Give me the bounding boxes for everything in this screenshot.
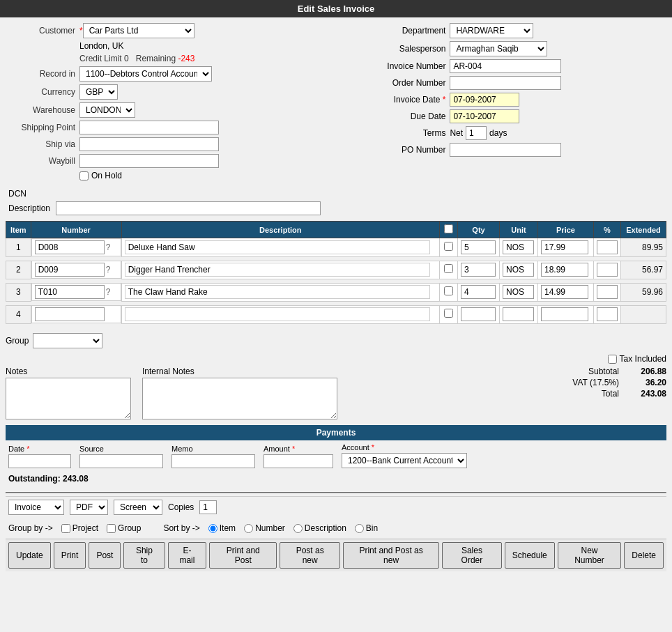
description-input[interactable] <box>125 263 430 277</box>
description-input[interactable] <box>56 201 321 215</box>
unit-input[interactable] <box>503 307 534 321</box>
invoice-date-label: Invoice Date * <box>369 95 445 105</box>
order-number-input[interactable] <box>450 76 561 90</box>
delete-button[interactable]: Delete <box>624 542 664 569</box>
col-price: Price <box>538 222 594 238</box>
row-checkbox[interactable] <box>444 242 453 251</box>
price-input[interactable] <box>541 307 588 321</box>
qty-input[interactable] <box>461 240 496 254</box>
print-button[interactable]: Print <box>54 542 86 569</box>
sales-order-button[interactable]: Sales Order <box>442 542 502 569</box>
department-select[interactable]: HARDWARE <box>450 23 533 38</box>
payment-date-input[interactable] <box>8 454 71 468</box>
shipping-point-input[interactable] <box>79 121 219 134</box>
due-date-input[interactable] <box>450 109 519 123</box>
number-input[interactable] <box>35 240 105 254</box>
notes-textarea[interactable] <box>6 378 131 419</box>
description-input[interactable] <box>125 307 430 321</box>
memo-label: Memo <box>171 445 255 453</box>
row-checkbox[interactable] <box>444 264 453 273</box>
price-input[interactable] <box>541 285 588 299</box>
shipping-point-label: Shipping Point <box>6 123 75 132</box>
number-input[interactable] <box>35 263 105 277</box>
terms-net-input[interactable] <box>466 126 487 140</box>
payment-amount-input[interactable] <box>264 454 333 468</box>
payment-memo-input[interactable] <box>171 454 255 468</box>
internal-notes-textarea[interactable] <box>142 378 337 419</box>
unit-input[interactable] <box>503 285 534 299</box>
description-cell <box>121 305 439 323</box>
col-check-all[interactable] <box>444 224 453 233</box>
col-percent: % <box>594 222 621 238</box>
po-number-input[interactable] <box>450 143 561 157</box>
customer-label: Customer <box>6 26 75 36</box>
new-number-button[interactable]: New Number <box>558 542 622 569</box>
qty-input[interactable] <box>461 263 496 277</box>
help-icon[interactable]: ? <box>106 287 111 297</box>
invoice-number-input[interactable] <box>450 59 561 73</box>
sort-item-radio[interactable] <box>208 524 217 533</box>
sort-description-radio[interactable] <box>293 524 303 533</box>
description-input[interactable] <box>125 285 430 299</box>
group-checkbox[interactable] <box>107 524 116 533</box>
invoice-date-input[interactable] <box>450 93 519 107</box>
col-number: Number <box>31 222 121 238</box>
email-button[interactable]: E-mail <box>168 542 207 569</box>
waybill-input[interactable] <box>79 154 219 168</box>
customer-select[interactable]: Car Parts Ltd <box>83 23 194 38</box>
sort-item-label: Item <box>220 523 236 533</box>
print-format-select[interactable]: PDF HTML Text <box>70 500 108 515</box>
number-cell <box>31 305 121 323</box>
sort-number-radio[interactable] <box>244 524 253 533</box>
unit-cell <box>500 261 538 279</box>
row-checkbox[interactable] <box>444 309 453 318</box>
payment-account-select[interactable]: 1200--Bank Current Account <box>342 453 467 468</box>
price-input[interactable] <box>541 240 588 254</box>
percent-input[interactable] <box>597 240 618 254</box>
project-checkbox[interactable] <box>61 524 70 533</box>
warehouse-select[interactable]: LONDON <box>79 102 135 118</box>
description-label: Description <box>8 203 50 213</box>
payment-source-input[interactable] <box>79 454 163 468</box>
salesperson-select[interactable]: Armaghan Saqib <box>450 41 547 56</box>
print-type-select[interactable]: Invoice Credit Note <box>8 500 64 515</box>
unit-input[interactable] <box>503 240 534 254</box>
col-check <box>440 222 458 238</box>
on-hold-checkbox[interactable] <box>79 171 89 180</box>
percent-input[interactable] <box>597 263 618 277</box>
copies-input[interactable] <box>199 500 217 514</box>
ship-to-button[interactable]: Ship to <box>123 542 165 569</box>
post-as-new-button[interactable]: Post as new <box>280 542 340 569</box>
print-and-post-button[interactable]: Print and Post <box>209 542 277 569</box>
record-in-select[interactable]: 1100--Debtors Control Account <box>79 66 212 82</box>
print-output-select[interactable]: Screen Printer Email <box>114 500 162 515</box>
number-input[interactable] <box>35 307 105 321</box>
checkbox-cell <box>440 261 458 279</box>
price-input[interactable] <box>541 263 588 277</box>
description-input[interactable] <box>125 240 430 254</box>
help-icon[interactable]: ? <box>106 265 111 275</box>
table-row: 2 ? 56.97 <box>6 261 666 279</box>
percent-input[interactable] <box>597 307 618 321</box>
currency-select[interactable]: GBP <box>79 84 118 100</box>
ship-via-input[interactable] <box>79 137 219 151</box>
update-button[interactable]: Update <box>8 542 51 569</box>
due-date-label: Due Date <box>369 111 445 121</box>
help-icon[interactable]: ? <box>106 242 111 252</box>
unit-input[interactable] <box>503 263 534 277</box>
checkbox-cell <box>440 238 458 257</box>
tax-included-checkbox[interactable] <box>608 355 617 364</box>
group-select[interactable] <box>33 333 102 348</box>
percent-input[interactable] <box>597 285 618 299</box>
schedule-button[interactable]: Schedule <box>505 542 555 569</box>
qty-input[interactable] <box>461 285 496 299</box>
vat-value: 36.20 <box>625 378 666 387</box>
qty-input[interactable] <box>461 307 496 321</box>
copies-label: Copies <box>168 502 194 512</box>
print-and-post-as-new-button[interactable]: Print and Post as new <box>343 542 439 569</box>
terms-label: Terms <box>369 128 445 138</box>
number-input[interactable] <box>35 285 105 299</box>
row-checkbox[interactable] <box>444 286 453 295</box>
sort-bin-radio[interactable] <box>355 524 364 533</box>
post-button[interactable]: Post <box>89 542 121 569</box>
